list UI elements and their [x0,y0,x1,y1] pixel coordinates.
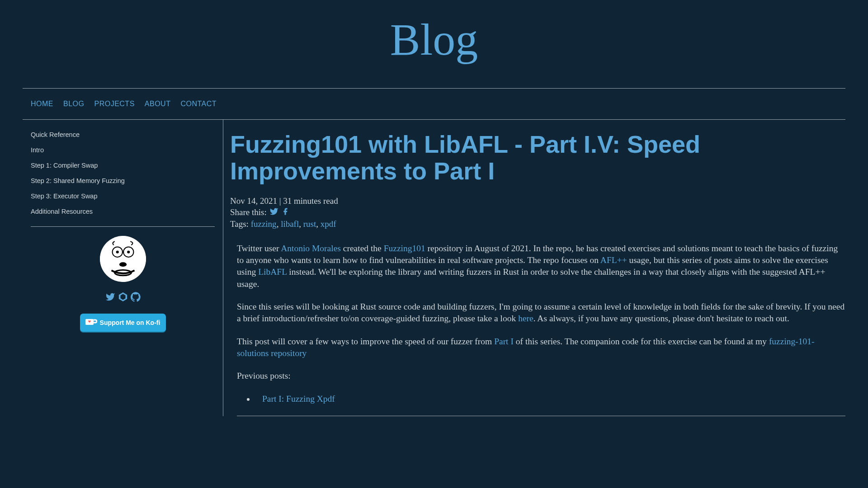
kofi-label: Support Me on Ko-fi [100,319,160,326]
tags-label: Tags: [230,219,251,229]
link-part1[interactable]: Part I [494,337,514,346]
share-facebook-icon[interactable] [281,207,289,218]
toc-step3[interactable]: Step 3: Executor Swap [31,192,215,200]
list-item: Part I: Fuzzing Xpdf [255,393,845,405]
article-title: Fuzzing101 with LibAFL - Part I.V: Speed… [230,131,845,185]
toc-additional-resources[interactable]: Additional Resources [31,208,215,215]
nav-projects[interactable]: PROJECTS [94,100,134,108]
link-part1-xpdf[interactable]: Part I: Fuzzing Xpdf [262,394,335,404]
toc-step1[interactable]: Step 1: Compiler Swap [31,162,215,169]
date-readtime: Nov 14, 2021 | 31 minutes read [230,196,845,206]
paragraph: Previous posts: [237,370,845,382]
paragraph: Twitter user Antonio Morales created the… [237,243,845,290]
svg-point-3 [116,251,118,253]
toc-quick-reference[interactable]: Quick Reference [31,131,215,138]
share-twitter-icon[interactable] [269,207,278,218]
hackthebox-icon[interactable] [118,292,128,304]
github-icon[interactable] [131,292,141,304]
tag-rust[interactable]: rust [303,219,316,229]
svg-point-5 [119,262,126,267]
main-nav: HOME BLOG PROJECTS ABOUT CONTACT [23,89,845,119]
nav-home[interactable]: HOME [31,100,53,108]
kofi-cup-icon [85,318,97,328]
nav-blog[interactable]: BLOG [63,100,84,108]
svg-point-4 [127,251,130,253]
paragraph: Since this series will be looking at Rus… [237,301,845,325]
nav-about[interactable]: ABOUT [145,100,171,108]
avatar [100,236,146,282]
tag-xpdf[interactable]: xpdf [321,219,336,229]
link-here[interactable]: here [518,314,533,323]
twitter-icon[interactable] [105,292,115,304]
paragraph: This post will cover a few ways to impro… [237,336,845,360]
link-libafl[interactable]: LibAFL [258,267,287,277]
link-fuzzing101[interactable]: Fuzzing101 [384,244,425,253]
toc-intro[interactable]: Intro [31,146,215,154]
toc-step2[interactable]: Step 2: Shared Memory Fuzzing [31,177,215,184]
link-antonio-morales[interactable]: Antonio Morales [281,244,341,253]
kofi-button[interactable]: Support Me on Ko-fi [80,314,166,332]
divider [31,226,215,227]
tags-row: Tags: fuzzing, libafl, rust, xpdf [230,219,845,229]
tag-fuzzing[interactable]: fuzzing [251,219,277,229]
link-aflpp[interactable]: AFL++ [600,255,627,265]
tag-libafl[interactable]: libafl [281,219,299,229]
nav-contact[interactable]: CONTACT [180,100,217,108]
share-label: Share this: [230,207,267,217]
sidebar: Quick Reference Intro Step 1: Compiler S… [23,120,223,416]
page-title: Blog [23,0,845,88]
divider [237,416,845,416]
article: Fuzzing101 with LibAFL - Part I.V: Speed… [223,120,845,416]
